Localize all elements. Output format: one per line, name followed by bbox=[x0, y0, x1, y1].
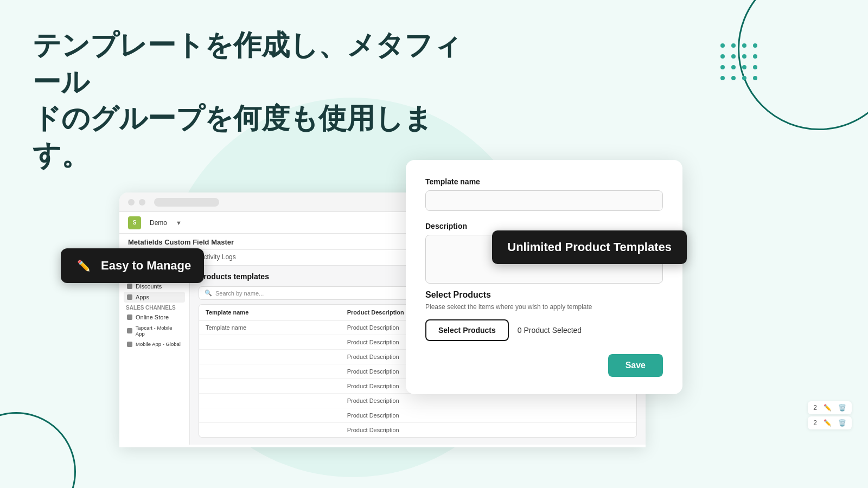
select-products-section: Select Products Please sekect the items … bbox=[425, 290, 663, 341]
select-products-title: Select Products bbox=[425, 290, 663, 300]
num-val-2: 2 bbox=[813, 419, 817, 427]
sidebar-item-apps[interactable]: Apps bbox=[124, 292, 185, 303]
save-row: Save bbox=[425, 354, 663, 377]
num-row-2: 2 ✏️ 🗑️ bbox=[808, 416, 852, 429]
store-icon bbox=[127, 314, 132, 320]
sales-channels-label: Sales channels bbox=[124, 303, 185, 312]
search-placeholder-text: Search by name... bbox=[215, 290, 264, 297]
heading-line2: ドのグループを何度も使用します。 bbox=[33, 102, 432, 171]
sidebar: Marketing Discounts Apps Sales channels … bbox=[119, 266, 190, 445]
select-products-row: Select Products 0 Product Selected bbox=[425, 319, 663, 341]
table-row: Product Description bbox=[199, 408, 636, 423]
main-heading: テンプレートを作成し、メタフィール ドのグループを何度も使用します。 bbox=[33, 27, 477, 174]
sidebar-label-apps: Apps bbox=[136, 294, 149, 300]
browser-address-bar bbox=[154, 198, 219, 207]
nav-activity-logs[interactable]: Activity Logs bbox=[199, 250, 235, 265]
template-name-label: Template name bbox=[425, 177, 663, 186]
sidebar-item-online-store[interactable]: Online Store bbox=[124, 312, 185, 323]
template-name-input[interactable] bbox=[425, 190, 663, 211]
delete-icon-1[interactable]: 🗑️ bbox=[838, 404, 846, 412]
easy-badge: ✏️ Easy to Manage bbox=[61, 248, 204, 283]
sidebar-label-tapcart: Tapcart - Mobile App bbox=[136, 325, 182, 337]
apps-icon bbox=[127, 294, 132, 300]
sidebar-item-mobile[interactable]: Mobile App - Global bbox=[124, 339, 185, 349]
right-numbers: 2 ✏️ 🗑️ 2 ✏️ 🗑️ bbox=[808, 401, 852, 429]
num-row-1: 2 ✏️ 🗑️ bbox=[808, 401, 852, 414]
col-template-name: Template name bbox=[206, 309, 347, 316]
sidebar-label-online-store: Online Store bbox=[136, 314, 169, 320]
dot-grid bbox=[720, 43, 760, 82]
description-label: Description bbox=[425, 222, 663, 230]
browser-dot-1 bbox=[128, 199, 135, 206]
browser-dot-2 bbox=[139, 199, 145, 206]
select-products-button[interactable]: Select Products bbox=[425, 319, 509, 341]
pencil-icon: ✏️ bbox=[74, 256, 93, 275]
edit-icon-1[interactable]: ✏️ bbox=[824, 404, 832, 412]
easy-badge-label: Easy to Manage bbox=[101, 259, 191, 273]
product-count: 0 Product Selected bbox=[518, 326, 582, 335]
table-row: Product Description bbox=[199, 423, 636, 437]
search-icon-main: 🔍 bbox=[205, 290, 212, 297]
delete-icon-2[interactable]: 🗑️ bbox=[838, 419, 846, 427]
shopify-store-name: Demo bbox=[150, 219, 167, 227]
select-products-subtitle: Please sekect the items where you wish t… bbox=[425, 303, 663, 311]
num-val-1: 2 bbox=[813, 404, 817, 412]
discounts-icon bbox=[127, 284, 132, 289]
edit-icon-2[interactable]: ✏️ bbox=[824, 419, 832, 427]
heading-line1: テンプレートを作成し、メタフィール bbox=[33, 29, 462, 98]
sidebar-label-discounts: Discounts bbox=[136, 283, 162, 290]
sidebar-item-tapcart[interactable]: Tapcart - Mobile App bbox=[124, 323, 185, 339]
bg-circle-bottom-left bbox=[0, 412, 76, 488]
form-panel: Unlimited Product Templates Template nam… bbox=[406, 160, 682, 394]
tapcart-icon bbox=[127, 328, 132, 333]
table-row: Product Description bbox=[199, 394, 636, 408]
save-button[interactable]: Save bbox=[608, 354, 663, 377]
unlimited-badge: Unlimited Product Templates bbox=[492, 230, 687, 264]
shopify-logo: S bbox=[128, 216, 141, 229]
mobile-icon bbox=[127, 342, 132, 347]
sidebar-label-mobile: Mobile App - Global bbox=[136, 341, 181, 347]
unlimited-badge-label: Unlimited Product Templates bbox=[507, 240, 672, 254]
